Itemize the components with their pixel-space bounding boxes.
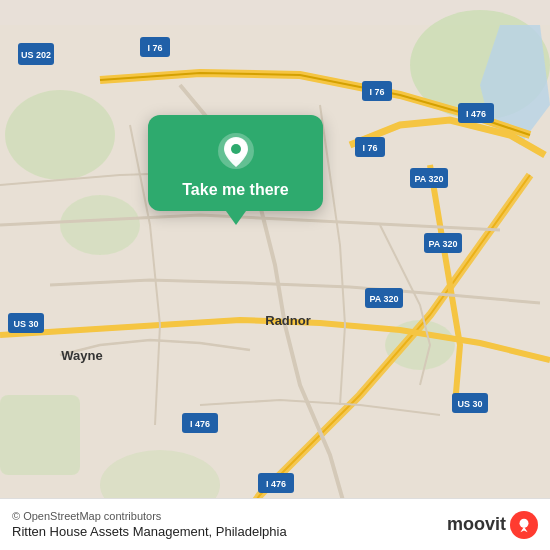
- svg-text:I 76: I 76: [369, 87, 384, 97]
- svg-text:I 76: I 76: [362, 143, 377, 153]
- attribution-text: © OpenStreetMap contributors: [12, 510, 287, 522]
- svg-point-2: [5, 90, 115, 180]
- svg-point-37: [231, 144, 241, 154]
- svg-text:US 30: US 30: [457, 399, 482, 409]
- popup-card[interactable]: Take me there: [148, 115, 323, 211]
- svg-text:US 202: US 202: [21, 50, 51, 60]
- svg-text:PA 320: PA 320: [428, 239, 457, 249]
- svg-point-3: [60, 195, 140, 255]
- svg-text:I 76: I 76: [147, 43, 162, 53]
- svg-text:I 476: I 476: [190, 419, 210, 429]
- svg-text:Radnor: Radnor: [265, 313, 311, 328]
- svg-text:PA 320: PA 320: [414, 174, 443, 184]
- map-container: US 202 I 76 I 76 I 476 I 76 PA 320 PA 32…: [0, 0, 550, 550]
- popup-label: Take me there: [182, 181, 288, 199]
- svg-text:US 30: US 30: [13, 319, 38, 329]
- map-background: US 202 I 76 I 76 I 476 I 76 PA 320 PA 32…: [0, 0, 550, 550]
- svg-text:I 476: I 476: [266, 479, 286, 489]
- moovit-icon: [510, 511, 538, 539]
- svg-text:Wayne: Wayne: [61, 348, 102, 363]
- svg-text:PA 320: PA 320: [369, 294, 398, 304]
- moovit-text: moovit: [447, 514, 506, 535]
- moovit-logo: moovit: [447, 511, 538, 539]
- location-info-text: Ritten House Assets Management, Philadel…: [12, 524, 287, 539]
- location-pin-icon: [214, 129, 258, 173]
- svg-rect-5: [0, 395, 80, 475]
- bottom-bar: © OpenStreetMap contributors Ritten Hous…: [0, 498, 550, 550]
- svg-text:I 476: I 476: [466, 109, 486, 119]
- svg-point-38: [520, 518, 529, 527]
